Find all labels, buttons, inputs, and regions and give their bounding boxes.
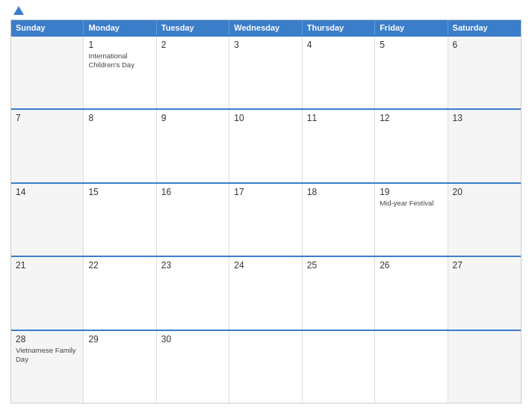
calendar-week-4: 21222324252627 bbox=[11, 256, 521, 329]
cal-cell-w1-d1: 1International Children's Day bbox=[84, 37, 156, 108]
day-number: 20 bbox=[453, 187, 516, 197]
cal-cell-w2-d6: 13 bbox=[448, 110, 521, 182]
cal-cell-w2-d5: 12 bbox=[375, 110, 448, 182]
day-number: 25 bbox=[307, 260, 370, 271]
cal-cell-w2-d1: 8 bbox=[84, 110, 156, 182]
day-number: 2 bbox=[161, 40, 224, 50]
day-number: 13 bbox=[453, 113, 516, 123]
day-number: 14 bbox=[16, 187, 78, 197]
col-wednesday: Wednesday bbox=[229, 20, 302, 35]
day-number: 15 bbox=[88, 187, 151, 197]
day-number: 8 bbox=[88, 113, 151, 123]
calendar-week-5: 28Vietnamese Family Day2930 bbox=[11, 330, 521, 403]
cal-cell-w3-d5: 19Mid-year Festival bbox=[375, 184, 448, 256]
cal-cell-w2-d4: 11 bbox=[303, 110, 375, 182]
cal-cell-w1-d0 bbox=[11, 37, 84, 108]
calendar-week-3: 141516171819Mid-year Festival20 bbox=[11, 182, 521, 256]
cal-cell-w5-d2: 30 bbox=[157, 331, 229, 403]
calendar-grid: Sunday Monday Tuesday Wednesday Thursday… bbox=[10, 19, 522, 404]
day-number: 24 bbox=[234, 260, 297, 271]
day-number: 6 bbox=[453, 40, 516, 50]
header bbox=[10, 7, 522, 15]
logo-triangle-icon bbox=[13, 6, 24, 15]
day-number: 9 bbox=[161, 113, 224, 123]
cal-cell-w3-d0: 14 bbox=[11, 184, 84, 256]
cal-cell-w3-d1: 15 bbox=[84, 184, 156, 256]
day-number: 16 bbox=[161, 187, 224, 197]
col-friday: Friday bbox=[375, 20, 448, 35]
holiday-label: Vietnamese Family Day bbox=[16, 346, 78, 365]
cal-cell-w1-d6: 6 bbox=[448, 37, 521, 108]
calendar-week-2: 78910111213 bbox=[11, 108, 521, 182]
day-number: 7 bbox=[16, 113, 78, 123]
cal-cell-w3-d4: 18 bbox=[303, 184, 375, 256]
day-number: 19 bbox=[380, 187, 442, 197]
cal-cell-w1-d4: 4 bbox=[303, 37, 375, 108]
day-number: 30 bbox=[161, 334, 224, 344]
day-number: 27 bbox=[453, 260, 516, 271]
cal-cell-w3-d2: 16 bbox=[157, 184, 229, 256]
day-number: 26 bbox=[380, 260, 442, 271]
cal-cell-w4-d6: 27 bbox=[448, 257, 521, 329]
cal-cell-w4-d5: 26 bbox=[375, 257, 448, 329]
cal-cell-w5-d1: 29 bbox=[84, 331, 156, 403]
cal-cell-w5-d0: 28Vietnamese Family Day bbox=[11, 331, 84, 403]
cal-cell-w1-d5: 5 bbox=[375, 37, 448, 108]
cal-cell-w2-d0: 7 bbox=[11, 110, 84, 182]
cal-cell-w5-d6 bbox=[448, 331, 521, 403]
cal-cell-w4-d1: 22 bbox=[84, 257, 156, 329]
cal-cell-w3-d6: 20 bbox=[448, 184, 521, 256]
calendar-header-row: Sunday Monday Tuesday Wednesday Thursday… bbox=[11, 20, 521, 35]
col-saturday: Saturday bbox=[448, 20, 521, 35]
day-number: 4 bbox=[307, 40, 370, 50]
cal-cell-w4-d3: 24 bbox=[229, 257, 302, 329]
day-number: 11 bbox=[307, 113, 370, 123]
day-number: 5 bbox=[380, 40, 442, 50]
day-number: 17 bbox=[234, 187, 297, 197]
day-number: 18 bbox=[307, 187, 370, 197]
cal-cell-w3-d3: 17 bbox=[229, 184, 302, 256]
holiday-label: International Children's Day bbox=[88, 52, 151, 70]
day-number: 28 bbox=[16, 334, 78, 344]
calendar-page: Sunday Monday Tuesday Wednesday Thursday… bbox=[0, 0, 532, 411]
logo bbox=[10, 7, 25, 15]
holiday-label: Mid-year Festival bbox=[380, 199, 442, 208]
day-number: 1 bbox=[88, 40, 151, 50]
col-sunday: Sunday bbox=[11, 20, 84, 35]
day-number: 29 bbox=[88, 334, 151, 344]
day-number: 3 bbox=[234, 40, 297, 50]
day-number: 23 bbox=[161, 260, 224, 271]
cal-cell-w5-d3 bbox=[229, 331, 302, 403]
cal-cell-w2-d2: 9 bbox=[157, 110, 229, 182]
cal-cell-w5-d5 bbox=[375, 331, 448, 403]
cal-cell-w4-d4: 25 bbox=[303, 257, 375, 329]
cal-cell-w1-d3: 3 bbox=[229, 37, 302, 108]
day-number: 10 bbox=[234, 113, 297, 123]
calendar-body: 1International Children's Day23456789101… bbox=[11, 35, 521, 403]
day-number: 12 bbox=[380, 113, 442, 123]
cal-cell-w5-d4 bbox=[303, 331, 375, 403]
col-thursday: Thursday bbox=[303, 20, 375, 35]
col-tuesday: Tuesday bbox=[157, 20, 229, 35]
cal-cell-w2-d3: 10 bbox=[229, 110, 302, 182]
day-number: 21 bbox=[16, 260, 78, 271]
cal-cell-w4-d2: 23 bbox=[157, 257, 229, 329]
cal-cell-w4-d0: 21 bbox=[11, 257, 84, 329]
day-number: 22 bbox=[88, 260, 151, 271]
cal-cell-w1-d2: 2 bbox=[157, 37, 229, 108]
calendar-week-1: 1International Children's Day23456 bbox=[11, 35, 521, 108]
col-monday: Monday bbox=[84, 20, 156, 35]
